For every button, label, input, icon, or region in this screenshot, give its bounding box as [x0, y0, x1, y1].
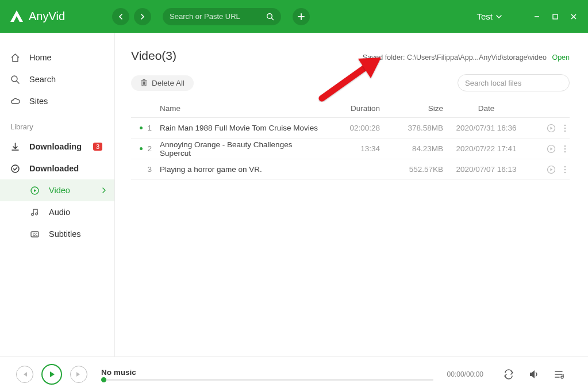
search-icon — [562, 79, 562, 87]
window-minimize-button[interactable] — [532, 12, 542, 22]
page-title: Video(3) — [131, 49, 176, 63]
search-icon — [10, 75, 20, 85]
table-row[interactable]: 1Rain Man 1988 Full Movie Tom Cruise Mov… — [131, 118, 570, 139]
sidebar-section-label: Library — [0, 112, 114, 136]
player-bar: No music 00:00/00:00 — [0, 356, 588, 391]
table-row[interactable]: 3Playing a horror game on VR.552.57KB202… — [131, 159, 570, 180]
app-header: AnyVid Test — [0, 0, 588, 33]
trash-icon — [140, 79, 148, 87]
url-search-bar[interactable] — [163, 8, 281, 25]
column-size: Size — [380, 104, 443, 113]
column-date: Date — [443, 104, 529, 113]
sidebar-item-label: Downloaded — [29, 164, 79, 173]
add-button[interactable] — [293, 8, 310, 25]
sidebar-item-label: Video — [49, 186, 70, 195]
loop-button[interactable] — [503, 369, 514, 379]
search-icon — [266, 13, 274, 21]
table-row[interactable]: 2Annoying Orange - Beauty Challenges Sup… — [131, 139, 570, 159]
plus-icon — [297, 13, 305, 21]
row-more-button[interactable] — [564, 145, 566, 153]
delete-all-button[interactable]: Delete All — [131, 75, 194, 91]
sidebar-subtab-video[interactable]: Video — [0, 179, 114, 201]
sidebar-item-label: Audio — [49, 208, 70, 217]
app-name: AnyVid — [29, 10, 65, 23]
row-name: Rain Man 1988 Full Movie Tom Cruise Movi… — [156, 124, 322, 132]
svg-point-11 — [564, 124, 566, 126]
window-maximize-button[interactable] — [550, 12, 560, 22]
logo-icon — [9, 9, 24, 24]
sidebar-item-downloaded[interactable]: Downloaded — [0, 158, 114, 179]
track-title: No music — [101, 368, 433, 377]
play-icon — [48, 370, 56, 378]
playlist-button[interactable] — [554, 369, 565, 379]
play-circle-icon — [547, 144, 556, 154]
downloading-badge: 3 — [93, 143, 102, 151]
saved-folder-info: Saved folder: C:\Users\Filippa\App...Any… — [363, 53, 570, 62]
row-play-button[interactable] — [547, 165, 556, 174]
player-next-button[interactable] — [70, 366, 87, 383]
sidebar-subtab-subtitles[interactable]: CC Subtitles — [0, 223, 114, 245]
chevron-right-icon — [102, 187, 106, 193]
svg-point-21 — [564, 171, 566, 173]
sidebar-item-sites[interactable]: Sites — [0, 90, 114, 112]
svg-point-20 — [564, 168, 566, 170]
svg-point-16 — [564, 148, 566, 150]
local-search-input[interactable] — [465, 79, 562, 87]
row-index: 1 — [147, 124, 152, 132]
open-folder-link[interactable]: Open — [552, 53, 570, 62]
chevron-right-icon — [140, 14, 145, 20]
loop-icon — [503, 369, 514, 379]
volume-button[interactable] — [528, 369, 540, 379]
svg-point-17 — [564, 151, 566, 152]
sidebar-item-search[interactable]: Search — [0, 68, 114, 90]
local-search-bar[interactable] — [458, 74, 570, 91]
maximize-icon — [552, 13, 559, 20]
delete-all-label: Delete All — [152, 79, 185, 87]
player-play-button[interactable] — [41, 364, 62, 385]
chevron-down-icon — [496, 14, 502, 19]
saved-folder-prefix: Saved folder: — [363, 53, 407, 62]
row-size: 84.23MB — [380, 144, 443, 153]
playlist-icon — [554, 369, 565, 379]
row-play-button[interactable] — [547, 124, 556, 133]
sidebar-item-label: Subtitles — [49, 229, 81, 239]
download-icon — [10, 142, 20, 152]
table-body: 1Rain Man 1988 Full Movie Tom Cruise Mov… — [131, 118, 570, 180]
row-index: 3 — [147, 165, 152, 174]
svg-point-15 — [564, 145, 566, 147]
window-close-button[interactable] — [568, 12, 579, 22]
user-label: Test — [476, 12, 493, 21]
next-track-icon — [75, 371, 82, 378]
sidebar-item-downloading[interactable]: Downloading 3 — [0, 136, 114, 158]
row-more-button[interactable] — [564, 166, 566, 174]
user-menu[interactable]: Test — [476, 12, 502, 21]
nav-forward-button[interactable] — [134, 8, 151, 25]
sidebar-item-label: Search — [29, 75, 56, 84]
row-name: Annoying Orange - Beauty Challenges Supe… — [156, 140, 322, 158]
video-play-icon — [30, 186, 40, 195]
speaker-icon — [528, 369, 540, 379]
url-search-input[interactable] — [170, 12, 266, 21]
column-name: Name — [156, 104, 322, 113]
sidebar: Home Search Sites Library Downloading 3 … — [0, 33, 115, 356]
minimize-icon — [533, 13, 540, 20]
new-indicator-dot — [140, 147, 143, 150]
main-panel: Video(3) Saved folder: C:\Users\Filippa\… — [115, 33, 588, 356]
sidebar-item-home[interactable]: Home — [0, 47, 114, 68]
sidebar-item-label: Sites — [29, 97, 48, 106]
track-progress[interactable] — [101, 379, 433, 381]
row-size: 378.58MB — [380, 124, 443, 132]
home-icon — [10, 53, 20, 63]
nav-back-button[interactable] — [112, 8, 129, 25]
row-name: Playing a horror game on VR. — [156, 165, 322, 174]
row-play-button[interactable] — [547, 144, 556, 154]
svg-point-12 — [564, 127, 566, 129]
svg-point-6 — [36, 213, 38, 215]
sidebar-subtab-audio[interactable]: Audio — [0, 201, 114, 223]
row-more-button[interactable] — [564, 124, 566, 132]
player-prev-button[interactable] — [16, 366, 33, 383]
sidebar-item-label: Home — [29, 53, 52, 62]
close-icon — [570, 13, 577, 20]
row-duration: 13:34 — [322, 144, 380, 153]
svg-point-2 — [11, 76, 17, 82]
